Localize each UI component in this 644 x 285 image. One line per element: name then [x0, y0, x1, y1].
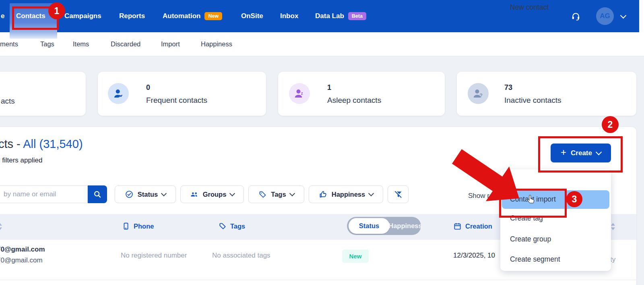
tags-header-label: Tags — [230, 223, 245, 230]
search-input-wrapper — [0, 185, 88, 203]
calendar-icon — [453, 222, 462, 231]
search-button[interactable] — [88, 185, 107, 203]
stat-label: Frequent contacts — [146, 96, 207, 105]
contact-email-primary: 70@gmail.com — [0, 245, 45, 254]
creation-column-header[interactable]: Creation — [453, 222, 492, 231]
avatar[interactable]: AG — [596, 7, 614, 25]
stat-card-asleep-contacts[interactable]: z z 1 Asleep contacts — [278, 72, 445, 116]
groups-chip-label: Groups — [203, 191, 227, 198]
subnav-item-discarded[interactable]: Discarded — [111, 32, 140, 56]
nav-left-fragment[interactable]: e — [1, 0, 4, 32]
mouse-cursor-hand-icon — [525, 193, 537, 208]
nav-item-reports[interactable]: Reports — [119, 0, 145, 32]
stat-card-inactive-contacts[interactable]: ? 73 Inactive contacts — [457, 72, 636, 116]
subnav-item-happiness[interactable]: Happiness — [201, 32, 232, 56]
toggle-status-option[interactable]: Status — [349, 218, 390, 234]
phone-column-header[interactable]: Phone — [122, 222, 154, 230]
menu-item-create-group[interactable]: Create group — [510, 235, 551, 243]
groups-icon — [190, 190, 199, 199]
tag-icon — [219, 222, 227, 230]
annotation-rect-create — [538, 136, 623, 173]
tags-chip-label: Tags — [271, 191, 286, 198]
menu-item-new-contact[interactable]: New contact — [510, 3, 549, 12]
status-filter-chip[interactable]: Status — [115, 185, 176, 203]
clear-filters-chip[interactable] — [388, 185, 409, 203]
happiness-chip-label: Happiness — [332, 191, 365, 198]
stat-value: 73 — [504, 83, 512, 92]
thumb-up-icon — [319, 190, 328, 199]
datalab-beta-badge: Beta — [348, 12, 366, 21]
contact-tags-cell: No associated tags — [212, 252, 270, 260]
stat-label: Asleep contacts — [327, 96, 381, 105]
chevron-down-icon — [368, 191, 374, 196]
annotation-step-2: 2 — [602, 116, 619, 133]
status-badge: New — [342, 250, 369, 263]
inactive-contact-icon: ? — [468, 83, 489, 104]
nav-item-onsite[interactable]: OnSite — [241, 0, 263, 32]
chevron-down-icon — [229, 191, 235, 196]
toggle-happiness-option[interactable]: Happiness — [390, 217, 421, 235]
happiness-filter-chip[interactable]: Happiness — [309, 185, 383, 203]
nav-item-automation-label: Automation — [163, 12, 200, 20]
svg-text:?: ? — [479, 93, 483, 98]
menu-item-create-segment[interactable]: Create segment — [510, 255, 560, 264]
svg-text:z: z — [300, 94, 301, 98]
stat-label: Inactive contacts — [504, 96, 561, 105]
contact-phone-cell: No registered number — [121, 252, 187, 260]
nav-item-inbox[interactable]: Inbox — [280, 0, 298, 32]
filter-off-icon — [394, 190, 403, 199]
nav-item-datalab[interactable]: Data Lab Beta — [315, 0, 366, 32]
frequent-contact-icon — [108, 83, 129, 104]
phone-icon — [122, 222, 130, 230]
subnav-item-items[interactable]: Items — [73, 32, 89, 56]
stat-value: 0 — [146, 83, 150, 92]
phone-header-label: Phone — [134, 223, 154, 230]
chevron-down-icon — [161, 191, 167, 196]
contact-created-cell: 12/3/2025, 10 — [453, 252, 495, 260]
asleep-contact-icon: z z — [289, 83, 310, 104]
search-input[interactable] — [3, 186, 85, 203]
nav-item-campaigns[interactable]: Campaigns — [64, 0, 101, 32]
status-check-circle-icon — [125, 190, 134, 199]
page-title-fragment: cts - — [0, 137, 23, 150]
page-title: cts - All (31,540) — [0, 137, 83, 151]
row-divider — [0, 280, 636, 280]
annotation-step-1: 1 — [48, 2, 65, 19]
status-happiness-toggle[interactable]: Status Happiness — [347, 217, 421, 235]
contacts-sub-nav: ments Tags Items Discarded Import Happin… — [0, 32, 644, 56]
filters-applied-label: filters applied — [0, 156, 42, 164]
stat-card-frequent-contacts[interactable]: 0 Frequent contacts — [98, 72, 266, 116]
page-title-count: All (31,540) — [23, 137, 83, 150]
annotation-arrow — [447, 146, 527, 206]
stat-value: 1 — [327, 83, 331, 92]
tags-column-header[interactable]: Tags — [219, 222, 245, 230]
creation-header-label: Creation — [465, 223, 492, 230]
chevron-down-icon — [289, 191, 295, 196]
sort-icon[interactable] — [610, 222, 616, 231]
stat-card-label-fragment: acts — [1, 97, 15, 106]
nav-item-automation[interactable]: Automation New — [163, 0, 222, 32]
groups-filter-chip[interactable]: Groups — [180, 185, 244, 203]
tags-filter-chip[interactable]: Tags — [248, 185, 304, 203]
sort-icon-left-fragment[interactable] — [0, 222, 3, 231]
annotation-step-3: 3 — [566, 191, 582, 207]
subnav-item-import[interactable]: Import — [161, 32, 180, 56]
contact-email-secondary: 70@gmail.com — [0, 256, 43, 264]
tag-icon — [258, 190, 267, 199]
automation-new-badge: New — [204, 12, 222, 21]
support-headset-icon[interactable] — [571, 11, 581, 21]
filters-applied-text: u filters applied — [0, 156, 42, 164]
nav-item-datalab-label: Data Lab — [315, 12, 344, 20]
search-icon — [93, 190, 102, 199]
stat-card-total-contacts[interactable]: acts — [0, 72, 86, 116]
status-chip-label: Status — [138, 191, 158, 198]
svg-text:z: z — [301, 91, 303, 96]
account-chevron-down-icon[interactable] — [620, 12, 627, 19]
